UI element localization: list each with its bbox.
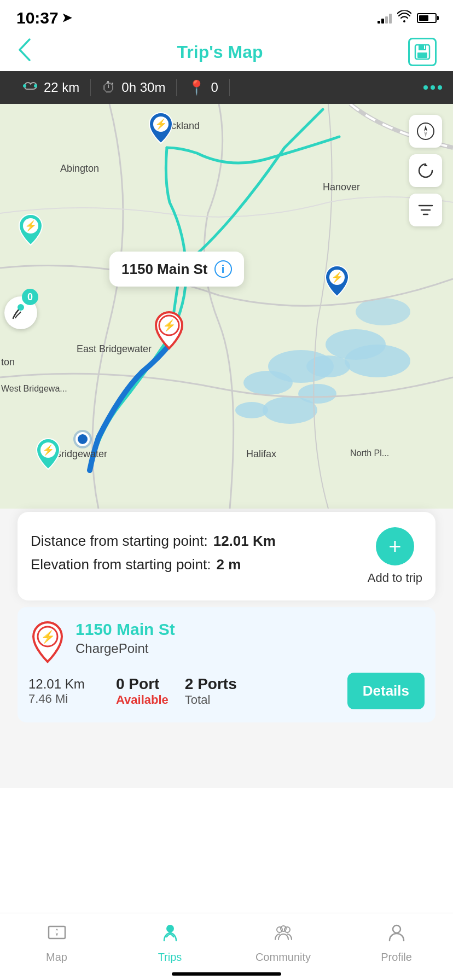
elevation-label: Elevation from starting point: — [31, 556, 211, 573]
station-header: ⚡ 1150 Main St ChargePoint — [28, 620, 425, 664]
ports-total-block: 2 Ports Total — [185, 675, 237, 707]
nav-label-community: Community — [255, 951, 311, 964]
svg-point-26 — [18, 304, 24, 311]
page-title: Trip's Map — [177, 42, 263, 62]
station-card: ⚡ 1150 Main St ChargePoint 12.01 Km 7.46… — [18, 607, 435, 722]
svg-text:⚡: ⚡ — [40, 629, 56, 644]
station-card-wrapper: ⚡ 1150 Main St ChargePoint 12.01 Km 7.46… — [0, 607, 453, 788]
svg-point-33 — [55, 930, 59, 934]
map-label-north-pl: North Pl... — [350, 448, 389, 458]
distance-icon — [22, 79, 38, 96]
status-bar: 10:37 ➤ — [0, 0, 453, 33]
ports-available-num: 0 Port — [116, 675, 169, 693]
info-panel-wrapper: Distance from starting point: 12.01 Km E… — [0, 509, 453, 607]
svg-text:⚡: ⚡ — [162, 319, 176, 332]
map-callout[interactable]: 1150 Main St i — [109, 252, 244, 287]
signal-icon — [378, 13, 392, 24]
svg-rect-3 — [424, 45, 425, 49]
nav-label-map: Map — [46, 951, 67, 964]
map-container[interactable]: Rockland Abington Hanover East Bridgewat… — [0, 104, 453, 509]
charger-pin-bridgewater[interactable]: ⚡ — [34, 438, 62, 472]
stops-value: 0 — [211, 80, 218, 95]
charger-pin-rockland[interactable]: ⚡ — [147, 112, 175, 147]
map-label-east-bridgewater: East Bridgewater — [77, 343, 152, 355]
ports-total-num: 2 Ports — [185, 675, 237, 693]
current-location — [76, 432, 90, 446]
header: Trip's Map — [0, 33, 453, 71]
stat-distance: 22 km — [11, 79, 91, 96]
charger-pin-right[interactable]: ⚡ — [323, 265, 351, 300]
community-nav-icon — [273, 922, 294, 948]
nav-item-trips[interactable]: Trips — [113, 922, 226, 964]
home-indicator — [172, 972, 281, 976]
clock-icon: ⏱ — [102, 79, 116, 96]
stops-icon: 📍 — [188, 79, 205, 96]
svg-point-8 — [243, 371, 293, 395]
svg-rect-2 — [417, 52, 427, 58]
station-pin-icon: ⚡ — [28, 620, 67, 664]
stat-duration: ⏱ 0h 30m — [91, 79, 177, 96]
back-button[interactable] — [16, 37, 32, 67]
station-info: 1150 Main St ChargePoint — [76, 620, 425, 656]
svg-text:⚡: ⚡ — [25, 220, 37, 232]
add-to-trip-button[interactable]: + — [376, 527, 414, 565]
map-label-halifax: Halifax — [246, 448, 276, 460]
refresh-button[interactable] — [409, 154, 442, 187]
distance-value: 12.01 Km — [213, 533, 276, 550]
compass-button[interactable] — [409, 115, 442, 148]
svg-text:⚡: ⚡ — [331, 271, 344, 283]
filter-button[interactable] — [409, 194, 442, 226]
station-ports: 0 Port Available 2 Ports Total — [116, 675, 347, 707]
map-nav-icon — [47, 922, 67, 948]
nav-item-profile[interactable]: Profile — [340, 922, 453, 964]
map-controls — [409, 115, 442, 226]
add-to-trip-label: Add to trip — [368, 571, 422, 585]
svg-point-5 — [34, 84, 37, 88]
nav-label-profile: Profile — [381, 951, 412, 964]
bottom-nav: Map Trips Community — [0, 913, 453, 980]
status-icons — [378, 10, 437, 26]
profile-nav-icon — [386, 922, 407, 948]
nav-item-community[interactable]: Community — [226, 922, 340, 964]
elevation-row: Elevation from starting point: 2 m — [31, 556, 357, 573]
station-distance: 12.01 Km 7.46 Mi — [28, 676, 116, 706]
map-label-hanover: Hanover — [323, 182, 360, 193]
station-details: 12.01 Km 7.46 Mi 0 Port Available 2 Port… — [28, 673, 425, 709]
elevation-value: 2 m — [217, 556, 241, 573]
svg-point-34 — [166, 925, 174, 932]
svg-point-12 — [306, 355, 350, 377]
charger-pin-selected[interactable]: ⚡ — [152, 311, 186, 352]
stats-bar: 22 km ⏱ 0h 30m 📍 0 — [0, 71, 453, 104]
map-label-bridgewater: Bridgewater — [55, 448, 107, 460]
wifi-icon — [397, 10, 411, 26]
station-name: 1150 Main St — [76, 620, 425, 639]
callout-info-button[interactable]: i — [214, 260, 232, 278]
nav-item-map[interactable]: Map — [0, 922, 113, 964]
svg-point-14 — [345, 345, 410, 377]
distance-row: Distance from starting point: 12.01 Km — [31, 533, 357, 550]
ports-available-label: Available — [116, 693, 169, 707]
callout-address: 1150 Main St — [121, 261, 208, 278]
nav-label-trips: Trips — [158, 951, 182, 964]
map-label-ton: ton — [1, 357, 15, 368]
duration-value: 0h 30m — [121, 80, 165, 95]
trips-nav-icon — [160, 922, 181, 948]
svg-point-4 — [23, 84, 26, 88]
svg-point-11 — [235, 402, 268, 418]
add-to-trip-section[interactable]: + Add to trip — [368, 527, 422, 585]
battery-icon — [417, 13, 437, 23]
stat-stops: 📍 0 — [177, 79, 229, 96]
map-label-west-bridgewater: West Bridgewa... — [1, 384, 67, 394]
svg-marker-29 — [424, 131, 427, 137]
station-dist-km: 12.01 Km — [28, 676, 116, 692]
distance-label: Distance from starting point: — [31, 533, 208, 550]
distance-elevation-stats: Distance from starting point: 12.01 Km E… — [31, 533, 357, 580]
info-panel: Distance from starting point: 12.01 Km E… — [18, 512, 435, 600]
ports-total-label: Total — [185, 693, 237, 707]
svg-text:⚡: ⚡ — [42, 444, 55, 456]
details-button[interactable]: Details — [347, 673, 425, 709]
more-options[interactable] — [423, 85, 442, 90]
save-button[interactable] — [408, 38, 437, 66]
status-time: 10:37 ➤ — [16, 9, 72, 27]
charger-pin-left[interactable]: ⚡ — [16, 213, 45, 248]
